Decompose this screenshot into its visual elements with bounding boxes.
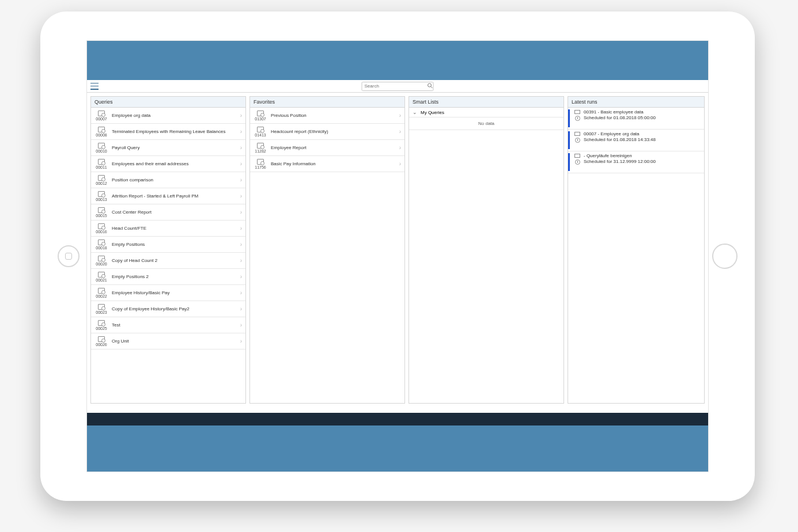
favorite-row[interactable]: 11756Basic Pay Information› — [250, 156, 404, 172]
query-row[interactable]: 00018Empty Positions› — [91, 237, 245, 253]
query-row[interactable]: 00015Cost Center Report› — [91, 204, 245, 221]
query-id: 00025 — [96, 326, 107, 330]
run-schedule: Scheduled for 01.08.2018 14:33:48 — [584, 137, 656, 143]
chevron-right-icon: › — [240, 177, 243, 183]
query-row[interactable]: 00021Empty Positions 2› — [91, 269, 245, 285]
query-row[interactable]: 00025Test› — [91, 317, 245, 333]
query-id: 11282 — [255, 149, 266, 153]
smart-list-no-data: No data — [409, 117, 563, 130]
chevron-right-icon: › — [240, 338, 243, 344]
favorites-panel-header: Favorites — [250, 97, 404, 108]
query-icon: 00013 — [93, 191, 109, 202]
run-icons — [573, 109, 581, 127]
run-status-bar — [568, 153, 570, 171]
query-icon: 00021 — [93, 272, 109, 282]
tablet-home-button-right — [712, 244, 738, 269]
chevron-right-icon: › — [240, 193, 243, 199]
query-row[interactable]: 00023Copy of Employee History/Basic Pay2… — [91, 301, 245, 317]
query-label: Employees and their email addresses — [109, 161, 240, 167]
query-row[interactable]: 00011Employees and their email addresses… — [91, 156, 245, 172]
query-row[interactable]: 00008Terminated Employees with Remaining… — [91, 124, 245, 140]
run-text: 00007 - Employee org dataScheduled for 0… — [581, 131, 656, 149]
query-id: 00012 — [96, 181, 107, 185]
query-row[interactable]: 00010Payroll Query› — [91, 140, 245, 156]
query-icon: 11756 — [252, 159, 268, 169]
latest-run-item[interactable]: - Queryläufe bereinigenScheduled for 31.… — [568, 151, 704, 173]
query-label: Terminated Employees with Remaining Leav… — [109, 129, 240, 135]
run-schedule: Scheduled for 31.12.9999 12:00:00 — [584, 159, 656, 165]
chevron-down-icon: ⌄ — [413, 109, 417, 115]
query-icon: 00025 — [93, 320, 109, 330]
clock-icon — [575, 116, 580, 121]
query-label: Org Unit — [109, 339, 240, 344]
query-id: 00011 — [96, 165, 107, 169]
footer-blue-band — [87, 425, 708, 472]
query-icon: 00016 — [93, 223, 109, 234]
latest-runs-list: 00391 - Basic employee dataScheduled for… — [568, 108, 704, 403]
tablet-home-button-left — [58, 245, 80, 267]
footer-area — [87, 407, 708, 472]
footer-dark-band — [87, 413, 708, 425]
run-icons — [573, 153, 581, 171]
chevron-right-icon: › — [399, 161, 402, 167]
query-row[interactable]: 00022Employee History/Basic Pay› — [91, 285, 245, 301]
query-label: Empty Positions 2 — [109, 274, 240, 280]
query-label: Basic Pay Information — [268, 161, 399, 167]
smart-list-group-my-queries[interactable]: ⌄ My Queries — [409, 108, 563, 117]
query-icon: 00010 — [93, 143, 109, 153]
query-id: 00010 — [96, 149, 107, 153]
queries-panel: Queries 00007Employee org data›00008Term… — [90, 96, 246, 404]
latest-runs-panel: Latest runs 00391 - Basic employee dataS… — [568, 96, 705, 404]
svg-line-1 — [431, 86, 433, 88]
latest-run-item[interactable]: 00007 - Employee org dataScheduled for 0… — [568, 130, 704, 151]
query-row[interactable]: 00012Position comparison› — [91, 172, 245, 188]
query-label: Previous Position — [268, 113, 399, 119]
query-label: Headcount report (Ethnicity) — [268, 129, 399, 135]
search-box[interactable] — [362, 82, 434, 91]
query-icon: 00020 — [93, 256, 109, 266]
run-title: 00391 - Basic employee data — [584, 109, 656, 115]
query-id: 00021 — [96, 278, 107, 282]
envelope-icon — [574, 110, 580, 114]
run-schedule: Scheduled for 01.08.2018 05:00:00 — [584, 115, 656, 121]
query-id: 00007 — [96, 117, 107, 121]
query-id: 01307 — [255, 117, 266, 121]
menu-icon[interactable] — [90, 83, 99, 90]
query-row[interactable]: 00026Org Unit› — [91, 333, 245, 349]
query-icon: 11282 — [252, 143, 268, 153]
smart-lists-panel: Smart Lists ⌄ My Queries No data — [409, 96, 564, 404]
chevron-right-icon: › — [240, 128, 243, 135]
latest-run-item[interactable]: 00391 - Basic employee dataScheduled for… — [568, 108, 704, 130]
query-icon: 00008 — [93, 127, 109, 137]
chevron-right-icon: › — [240, 209, 243, 215]
search-icon[interactable] — [428, 83, 433, 90]
chevron-right-icon: › — [399, 145, 402, 151]
query-row[interactable]: 00007Employee org data› — [91, 108, 245, 124]
chevron-right-icon: › — [399, 112, 402, 119]
run-status-bar — [568, 109, 570, 127]
app-screen: Queries 00007Employee org data›00008Term… — [86, 40, 709, 472]
favorites-list: 01307Previous Position›01413Headcount re… — [250, 108, 404, 403]
query-label: Employee org data — [109, 113, 240, 119]
svg-point-0 — [428, 83, 432, 87]
query-row[interactable]: 00016Head Count/FTE› — [91, 221, 245, 237]
query-icon: 00022 — [93, 288, 109, 298]
query-row[interactable]: 00013Attrition Report - Started & Left P… — [91, 188, 245, 204]
favorite-row[interactable]: 11282Employee Report› — [250, 140, 404, 156]
query-id: 01413 — [255, 133, 266, 137]
query-id: 00023 — [96, 310, 107, 314]
query-row[interactable]: 00020Copy of Head Count 2› — [91, 253, 245, 269]
content-area: Queries 00007Employee org data›00008Term… — [87, 93, 708, 407]
queries-panel-header: Queries — [91, 97, 245, 108]
search-input[interactable] — [362, 83, 428, 89]
favorite-row[interactable]: 01413Headcount report (Ethnicity)› — [250, 124, 404, 140]
favorite-row[interactable]: 01307Previous Position› — [250, 108, 404, 124]
query-icon: 01307 — [252, 111, 268, 121]
smart-lists-panel-header: Smart Lists — [409, 97, 563, 108]
query-label: Position comparison — [109, 177, 240, 183]
chevron-right-icon: › — [240, 241, 243, 248]
query-icon: 00012 — [93, 175, 109, 185]
envelope-icon — [574, 154, 580, 158]
queries-list[interactable]: 00007Employee org data›00008Terminated E… — [91, 108, 245, 403]
chevron-right-icon: › — [240, 290, 243, 296]
